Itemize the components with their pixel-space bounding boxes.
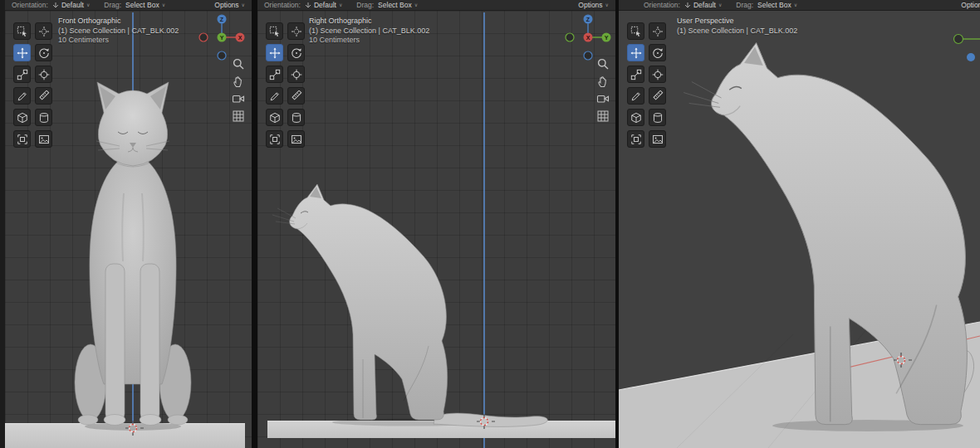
zoom-icon[interactable]: [232, 57, 245, 71]
transform-tool-button[interactable]: [35, 66, 52, 83]
measure-tool-button[interactable]: [287, 87, 305, 105]
select-box-tool-button[interactable]: [627, 22, 644, 40]
viewport-canvas-right[interactable]: Z Y X Right Orthographic (1) Scene Colle…: [257, 11, 615, 448]
viewport-right: Orientation: Default ∨ Drag: Select Box …: [257, 0, 615, 448]
annotate-tool-button[interactable]: [13, 87, 31, 105]
drag-dropdown[interactable]: Select Box ∨: [378, 1, 418, 9]
blender-window: Orientation: Default ∨ Drag: Select Box …: [0, 0, 980, 448]
orientation-value: Default: [693, 1, 716, 9]
axis-ball-z[interactable]: [967, 53, 975, 61]
viewport-fx: Z Y X: [257, 11, 615, 448]
3d-cursor: [894, 353, 912, 368]
options-label: Options: [214, 1, 238, 9]
chevron-down-icon: ∨: [718, 2, 722, 7]
orientation-label: Orientation:: [264, 1, 301, 9]
cursor-tool-button[interactable]: [35, 22, 52, 40]
viewport-header: Orientation: Default ∨ Drag: Select Box …: [619, 0, 980, 11]
camera-view-icon[interactable]: [596, 92, 610, 105]
select-box-tool-button[interactable]: [13, 22, 31, 40]
add-cube-tool-button[interactable]: [13, 109, 31, 126]
image-reference-tool-button[interactable]: [287, 130, 305, 148]
corner-pin-tool-button[interactable]: [627, 130, 644, 148]
viewport-nav-controls: [232, 57, 245, 123]
zoom-icon[interactable]: [596, 57, 610, 71]
axis-icon: [52, 2, 59, 8]
rotate-tool-button[interactable]: [287, 44, 305, 61]
orientation-value: Default: [314, 1, 336, 9]
transform-tool-button[interactable]: [649, 66, 666, 83]
chevron-down-icon: ∨: [794, 2, 797, 7]
rotate-tool-button[interactable]: [35, 44, 52, 61]
drag-value: Select Box: [378, 1, 412, 9]
gizmo-x-label: X: [586, 35, 590, 41]
axis-ball-neg-y[interactable]: [954, 35, 963, 44]
add-cube-tool-button[interactable]: [627, 109, 644, 126]
3d-cursor: [477, 414, 495, 429]
viewport-front: Orientation: Default ∨ Drag: Select Box …: [5, 0, 252, 448]
add-cylinder-tool-button[interactable]: [287, 109, 305, 126]
axis-ball-neg-x[interactable]: [199, 33, 208, 41]
move-tool-button[interactable]: [13, 44, 31, 61]
cursor-tool-button[interactable]: [649, 22, 666, 40]
drag-dropdown[interactable]: Select Box ∨: [125, 1, 165, 9]
viewport-canvas-perspective[interactable]: User Perspective (1) Scene Collection | …: [619, 11, 980, 448]
move-tool-button[interactable]: [266, 44, 283, 61]
options-dropdown[interactable]: Options ∨: [961, 1, 980, 9]
image-reference-tool-button[interactable]: [649, 130, 666, 148]
axis-ball-neg-z[interactable]: [218, 51, 226, 60]
viewport-perspective: Orientation: Default ∨ Drag: Select Box …: [619, 0, 980, 448]
cursor-tool-button[interactable]: [287, 22, 305, 40]
measure-tool-button[interactable]: [649, 87, 666, 105]
corner-pin-tool-button[interactable]: [266, 130, 283, 148]
chevron-down-icon: ∨: [86, 2, 90, 7]
drag-label: Drag:: [104, 1, 121, 9]
orientation-dropdown[interactable]: Default ∨: [305, 1, 342, 9]
measure-tool-button[interactable]: [35, 87, 52, 105]
options-label: Options: [961, 1, 980, 9]
add-cylinder-tool-button[interactable]: [649, 109, 666, 126]
tool-shelf: [627, 22, 666, 148]
select-box-tool-button[interactable]: [266, 22, 283, 40]
viewport-canvas-front[interactable]: Z X Y Front Orthographic (1) Scene Colle…: [5, 11, 252, 448]
move-tool-button[interactable]: [627, 44, 644, 61]
drag-label: Drag:: [356, 1, 374, 9]
add-cube-tool-button[interactable]: [266, 109, 283, 126]
rotate-tool-button[interactable]: [649, 44, 666, 61]
drag-value: Select Box: [757, 1, 791, 9]
viewport-header: Orientation: Default ∨ Drag: Select Box …: [5, 0, 252, 11]
scale-tool-button[interactable]: [627, 66, 644, 83]
annotate-tool-button[interactable]: [627, 87, 644, 105]
transform-tool-button[interactable]: [287, 66, 305, 83]
navigation-gizmo[interactable]: [954, 35, 980, 62]
toggle-ortho-grid-icon[interactable]: [232, 110, 245, 123]
viewport-header: Orientation: Default ∨ Drag: Select Box …: [257, 0, 615, 11]
axis-ball-neg-z[interactable]: [584, 51, 592, 60]
chevron-down-icon: ∨: [339, 2, 342, 7]
corner-pin-tool-button[interactable]: [13, 130, 31, 148]
drag-dropdown[interactable]: Select Box ∨: [757, 1, 797, 9]
options-dropdown[interactable]: Options ∨: [578, 1, 609, 9]
image-reference-tool-button[interactable]: [35, 130, 52, 148]
pan-hand-icon[interactable]: [232, 75, 245, 88]
scale-tool-button[interactable]: [13, 66, 31, 83]
drag-value: Select Box: [125, 1, 159, 9]
scale-tool-button[interactable]: [266, 66, 283, 83]
axis-ball-neg-y[interactable]: [566, 33, 574, 41]
annotate-tool-button[interactable]: [266, 87, 283, 105]
toggle-ortho-grid-icon[interactable]: [596, 110, 610, 123]
camera-view-icon[interactable]: [232, 92, 245, 105]
orientation-dropdown[interactable]: Default ∨: [52, 1, 90, 9]
viewport-splitter[interactable]: [252, 0, 257, 448]
chevron-down-icon: ∨: [242, 2, 245, 7]
axis-icon: [305, 2, 311, 8]
navigation-gizmo[interactable]: Z X Y: [199, 15, 245, 61]
chevron-down-icon: ∨: [605, 2, 609, 7]
orientation-dropdown[interactable]: Default ∨: [684, 1, 722, 9]
add-cylinder-tool-button[interactable]: [35, 109, 52, 126]
gizmo-x-label: X: [238, 35, 243, 41]
navigation-gizmo[interactable]: Z Y X: [566, 15, 611, 61]
gizmo-y-label: Y: [220, 35, 224, 41]
pan-hand-icon[interactable]: [596, 75, 610, 88]
viewport-fx: [619, 11, 980, 448]
options-dropdown[interactable]: Options ∨: [214, 1, 245, 9]
